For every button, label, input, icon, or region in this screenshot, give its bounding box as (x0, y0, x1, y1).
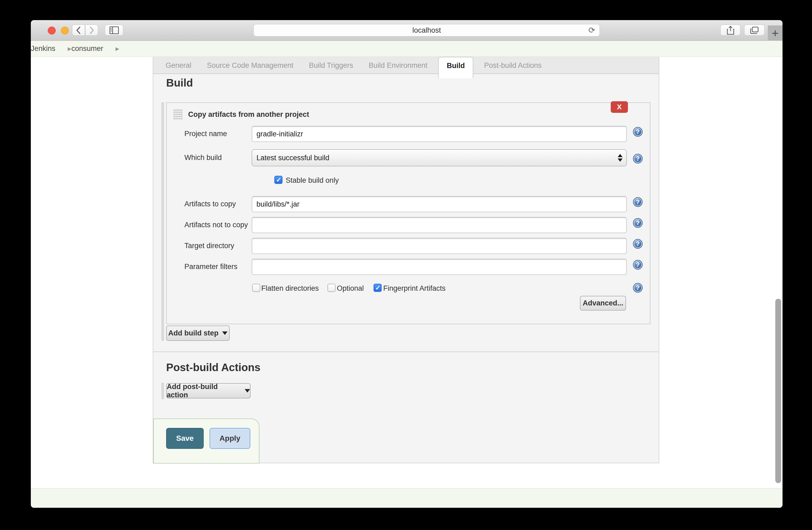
artifacts-to-copy-input[interactable] (252, 196, 627, 212)
flatten-directories-checkbox[interactable] (252, 284, 260, 292)
advanced-button-label: Advanced... (583, 299, 623, 307)
fingerprint-artifacts-checkbox[interactable] (374, 284, 382, 292)
config-tabbar: General Source Code Management Build Tri… (153, 57, 659, 74)
tab-general[interactable]: General (165, 57, 191, 74)
browser-toolbar: localhost ⟳ (31, 20, 783, 41)
project-name-label: Project name (184, 130, 227, 138)
back-icon (75, 26, 82, 34)
new-tab-button[interactable]: + (768, 26, 783, 41)
tab-post-build-actions[interactable]: Post-build Actions (484, 57, 541, 74)
share-button[interactable] (720, 25, 740, 35)
minimize-window-button[interactable] (61, 27, 69, 34)
vertical-scrollbar[interactable] (775, 299, 781, 483)
forward-icon (88, 26, 95, 34)
section-divider (153, 352, 659, 352)
breadcrumb-consumer[interactable]: consumer (71, 44, 103, 53)
help-icon[interactable]: ? (633, 197, 643, 207)
apply-button[interactable]: Apply (209, 428, 250, 449)
artifacts-not-to-copy-label: Artifacts not to copy (184, 221, 248, 229)
plus-icon: + (772, 27, 779, 40)
help-icon[interactable]: ? (633, 239, 643, 249)
forward-button[interactable] (85, 25, 98, 35)
post-build-section-heading: Post-build Actions (166, 361, 260, 373)
artifacts-to-copy-label: Artifacts to copy (184, 200, 236, 208)
tab-build-active[interactable]: Build (438, 57, 474, 78)
address-bar[interactable]: localhost ⟳ (253, 24, 600, 36)
optional-checkbox[interactable] (328, 284, 335, 292)
build-step-title: Copy artifacts from another project (188, 111, 309, 119)
stable-build-only-label: Stable build only (286, 176, 339, 185)
parameter-filters-label: Parameter filters (184, 263, 237, 271)
help-icon[interactable]: ? (633, 260, 643, 269)
artifacts-not-to-copy-input[interactable] (252, 217, 627, 233)
back-button[interactable] (72, 25, 85, 35)
save-button-label: Save (176, 434, 193, 443)
tab-build-label: Build (447, 62, 465, 70)
show-tabs-button[interactable] (744, 25, 765, 35)
flatten-directories-label: Flatten directories (261, 284, 319, 293)
breadcrumb-jenkins[interactable]: Jenkins (31, 44, 56, 53)
help-icon[interactable]: ? (633, 283, 643, 293)
add-post-build-action-button[interactable]: Add post-build action (166, 383, 250, 398)
which-build-value: Latest successful build (257, 154, 329, 162)
save-apply-sticker: Save Apply (153, 418, 259, 463)
stable-build-only-checkbox[interactable] (274, 176, 282, 184)
close-window-button[interactable] (48, 27, 56, 34)
which-build-label: Which build (184, 153, 222, 162)
page-body: General Source Code Management Build Tri… (31, 57, 783, 488)
dropdown-caret-icon (222, 332, 228, 335)
help-icon[interactable]: ? (633, 154, 643, 163)
reload-icon[interactable]: ⟳ (589, 26, 595, 35)
add-build-step-label: Add build step (168, 329, 218, 337)
url-text: localhost (412, 26, 441, 34)
help-icon[interactable]: ? (633, 218, 643, 228)
build-step-drag-strip[interactable] (161, 102, 164, 341)
page-footer (31, 488, 783, 508)
drag-handle-icon[interactable] (173, 109, 183, 120)
sidebar-button[interactable] (105, 25, 123, 35)
delete-build-step-button[interactable]: X (611, 101, 628, 113)
tab-build-triggers[interactable]: Build Triggers (309, 57, 353, 74)
build-step-panel: Copy artifacts from another project X Pr… (166, 102, 650, 324)
which-build-select[interactable]: Latest successful build (252, 149, 627, 166)
project-name-input[interactable] (252, 126, 627, 142)
optional-label: Optional (337, 284, 364, 293)
build-section-heading: Build (166, 77, 193, 89)
add-build-step-button[interactable]: Add build step (166, 326, 230, 341)
target-directory-label: Target directory (184, 242, 234, 250)
browser-window: localhost ⟳ (31, 20, 783, 508)
target-directory-input[interactable] (252, 238, 627, 254)
close-x-label: X (617, 103, 622, 111)
parameter-filters-input[interactable] (252, 259, 627, 275)
tab-build-environment[interactable]: Build Environment (369, 57, 427, 74)
save-button[interactable]: Save (166, 428, 204, 449)
share-icon (727, 26, 734, 35)
desktop-background: localhost ⟳ (0, 0, 812, 530)
breadcrumb: Jenkins ▶ consumer ▶ (31, 41, 783, 57)
help-icon[interactable]: ? (633, 127, 643, 137)
tabs-overview-icon (750, 26, 759, 34)
post-build-drag-strip (161, 383, 164, 399)
config-content-area: General Source Code Management Build Tri… (153, 57, 659, 463)
fingerprint-artifacts-label: Fingerprint Artifacts (383, 284, 446, 293)
tab-source-code-management[interactable]: Source Code Management (207, 57, 293, 74)
select-arrows-icon (618, 154, 623, 162)
breadcrumb-separator-icon: ▶ (68, 46, 72, 52)
add-post-build-action-label: Add post-build action (167, 383, 241, 399)
advanced-button[interactable]: Advanced... (580, 296, 626, 311)
apply-button-label: Apply (219, 434, 241, 443)
dropdown-caret-icon (245, 389, 250, 393)
sidebar-icon (109, 26, 119, 34)
breadcrumb-separator-icon: ▶ (116, 46, 119, 52)
